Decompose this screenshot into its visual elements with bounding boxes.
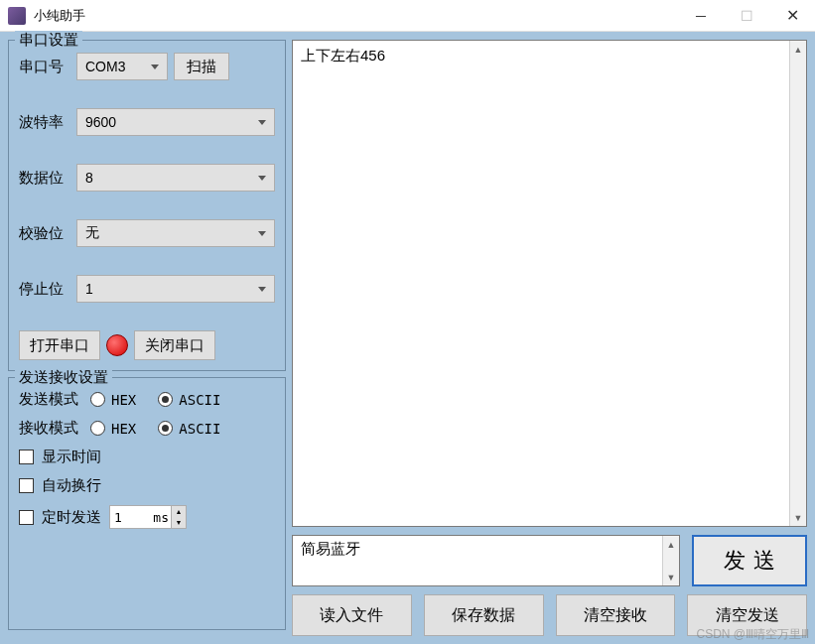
- baud-row: 波特率 9600: [19, 108, 275, 136]
- spinner-down-icon[interactable]: ▼: [172, 517, 186, 528]
- baud-select[interactable]: 9600: [76, 108, 275, 136]
- send-button[interactable]: 发送: [692, 535, 807, 586]
- titlebar: 小纯助手 ─ ☐ ✕: [0, 0, 815, 32]
- status-indicator-icon: [106, 334, 128, 356]
- serial-settings-title: 串口设置: [15, 31, 82, 50]
- scroll-up-icon[interactable]: ▲: [663, 536, 679, 553]
- rx-hex-radio[interactable]: HEX: [90, 421, 136, 437]
- parity-label: 校验位: [19, 224, 76, 243]
- timed-send-value: 1: [110, 510, 153, 525]
- radio-icon: [158, 421, 173, 436]
- port-value: COM3: [85, 59, 125, 74]
- spinner-up-icon[interactable]: ▲: [172, 506, 186, 517]
- rx-ascii-radio[interactable]: ASCII: [158, 421, 220, 437]
- checkbox-icon: [19, 450, 34, 464]
- baud-value: 9600: [85, 114, 116, 130]
- parity-row: 校验位 无: [19, 219, 275, 247]
- show-time-row[interactable]: 显示时间: [19, 448, 275, 466]
- spinner-arrows: ▲ ▼: [171, 506, 186, 528]
- left-column: 串口设置 串口号 COM3 扫描 波特率 9600 数据位 8: [8, 40, 286, 636]
- txrx-settings-group: 发送接收设置 发送模式 HEX ASCII 接收模式 HEX: [8, 377, 286, 630]
- scan-button[interactable]: 扫描: [174, 53, 229, 80]
- scroll-down-icon[interactable]: ▼: [790, 509, 806, 526]
- receive-content: 上下左右456: [301, 47, 385, 64]
- minimize-button[interactable]: ─: [678, 0, 724, 32]
- auto-wrap-row[interactable]: 自动换行: [19, 476, 275, 495]
- window-controls: ─ ☐ ✕: [678, 0, 815, 32]
- stopbits-value: 1: [85, 281, 93, 297]
- right-column: 上下左右456 ▲ ▼ 简易蓝牙 ▲ ▼ 发送 读入文件: [292, 40, 807, 636]
- close-port-button[interactable]: 关闭串口: [134, 330, 215, 360]
- maximize-button[interactable]: ☐: [724, 0, 769, 32]
- timed-send-label: 定时发送: [42, 508, 101, 527]
- port-button-row: 打开串口 关闭串口: [19, 330, 275, 360]
- txrx-settings-title: 发送接收设置: [15, 368, 112, 387]
- port-label: 串口号: [19, 58, 76, 76]
- auto-wrap-label: 自动换行: [42, 476, 101, 495]
- tx-hex-radio[interactable]: HEX: [90, 392, 136, 408]
- parity-select[interactable]: 无: [76, 219, 275, 247]
- checkbox-icon[interactable]: [19, 510, 34, 525]
- bottom-buttons: 读入文件 保存数据 清空接收 清空发送: [292, 594, 807, 636]
- timed-send-row: 定时发送 1 ms ▲ ▼: [19, 505, 275, 529]
- serial-settings-group: 串口设置 串口号 COM3 扫描 波特率 9600 数据位 8: [8, 40, 286, 371]
- app-icon: [8, 7, 26, 25]
- parity-value: 无: [85, 224, 99, 242]
- databits-value: 8: [85, 170, 93, 186]
- save-data-button[interactable]: 保存数据: [424, 594, 544, 636]
- tx-ascii-radio[interactable]: ASCII: [158, 392, 220, 408]
- send-textarea[interactable]: 简易蓝牙 ▲ ▼: [292, 535, 680, 586]
- radio-icon: [158, 392, 173, 407]
- databits-select[interactable]: 8: [76, 164, 275, 192]
- stopbits-row: 停止位 1: [19, 275, 275, 303]
- stopbits-select[interactable]: 1: [76, 275, 275, 303]
- show-time-label: 显示时间: [42, 448, 101, 466]
- databits-row: 数据位 8: [19, 164, 275, 192]
- scroll-up-icon[interactable]: ▲: [790, 41, 806, 58]
- radio-icon: [90, 392, 105, 407]
- open-port-button[interactable]: 打开串口: [19, 330, 100, 360]
- clear-recv-button[interactable]: 清空接收: [556, 594, 676, 636]
- receive-textarea[interactable]: 上下左右456 ▲ ▼: [292, 40, 807, 527]
- close-button[interactable]: ✕: [769, 0, 815, 32]
- timed-send-spinner[interactable]: 1 ms ▲ ▼: [109, 505, 187, 529]
- scroll-down-icon[interactable]: ▼: [663, 569, 679, 585]
- rx-mode-label: 接收模式: [19, 419, 90, 438]
- baud-label: 波特率: [19, 113, 76, 132]
- port-select[interactable]: COM3: [76, 53, 168, 80]
- tx-mode-row: 发送模式 HEX ASCII: [19, 390, 275, 409]
- content-area: 串口设置 串口号 COM3 扫描 波特率 9600 数据位 8: [0, 32, 815, 644]
- rx-mode-row: 接收模式 HEX ASCII: [19, 419, 275, 438]
- send-scrollbar[interactable]: ▲ ▼: [662, 536, 679, 585]
- tx-mode-label: 发送模式: [19, 390, 90, 409]
- read-file-button[interactable]: 读入文件: [292, 594, 412, 636]
- clear-send-button[interactable]: 清空发送: [687, 594, 807, 636]
- send-content: 简易蓝牙: [301, 540, 360, 557]
- port-row: 串口号 COM3 扫描: [19, 53, 275, 80]
- timed-send-unit: ms: [153, 510, 171, 525]
- checkbox-icon: [19, 478, 34, 493]
- recv-scrollbar[interactable]: ▲ ▼: [789, 41, 806, 526]
- send-row: 简易蓝牙 ▲ ▼ 发送: [292, 535, 807, 586]
- stopbits-label: 停止位: [19, 280, 76, 299]
- databits-label: 数据位: [19, 169, 76, 188]
- radio-icon: [90, 421, 105, 436]
- window-title: 小纯助手: [34, 7, 678, 25]
